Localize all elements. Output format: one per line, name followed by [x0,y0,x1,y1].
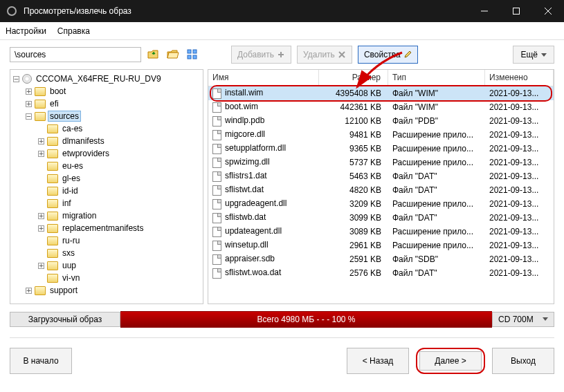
media-size-selector[interactable]: CD 700M [492,312,554,327]
file-icon [212,268,221,279]
tree-item-label: uup [61,261,78,270]
file-date-cell: 2021-09-13... [485,227,554,236]
more-button[interactable]: Ещё [513,46,554,64]
tree-item-support[interactable]: +support [12,284,201,297]
table-row[interactable]: sflistwb.dat3099 KBФайл "DAT"2021-09-13.… [208,211,554,225]
tree-item-sxs[interactable]: sxs [12,247,201,259]
minimize-button[interactable] [469,0,500,22]
tree-item-gl-es[interactable]: gl-es [12,172,201,185]
twisty-icon[interactable] [38,238,44,244]
file-size-cell: 3209 KB [319,199,388,209]
maximize-button[interactable] [500,0,532,22]
table-row[interactable]: setupplatform.dll9365 KBРасширение прило… [208,142,554,156]
col-type[interactable]: Тип [388,70,485,86]
table-row[interactable]: upgradeagent.dll3209 KBРасширение прило.… [208,197,554,211]
tree-item-label: support [48,286,79,295]
tree-item-vi-vn[interactable]: vi-vn [12,272,201,284]
table-row[interactable]: install.wim4395408 KBФайл "WIM"2021-09-1… [208,86,554,100]
statusbar: Загрузочный образ Всего 4980 МБ - - - 10… [0,308,564,330]
tree-item-ru-ru[interactable]: ru-ru [12,234,201,247]
chevron-down-icon [543,317,548,321]
tree-item-migration[interactable]: +migration [12,209,201,222]
folder-icon [47,162,58,171]
col-date[interactable]: Изменено [485,70,554,86]
tree-item-etwproviders[interactable]: +etwproviders [12,147,201,160]
tree-item-id-id[interactable]: id-id [12,185,201,197]
tree-item-replacementmanifests[interactable]: +replacementmanifests [12,222,201,234]
table-row[interactable]: boot.wim442361 KBФайл "WIM"2021-09-13... [208,100,554,114]
twisty-icon[interactable]: − [13,76,19,82]
table-row[interactable]: spwizimg.dll5737 KBРасширение прило...20… [208,156,554,169]
file-date-cell: 2021-09-13... [485,171,554,181]
tree-item-label: sxs [61,248,76,258]
twisty-icon[interactable] [38,200,44,207]
open-folder-icon[interactable] [166,48,180,62]
table-row[interactable]: appraiser.sdb2591 KBФайл "SDB"2021-09-13… [208,252,554,266]
file-icon [212,102,221,113]
menu-help[interactable]: Справка [57,26,90,36]
twisty-icon[interactable]: + [38,213,44,219]
twisty-icon[interactable]: + [38,263,44,269]
table-row[interactable]: updateagent.dll3089 KBРасширение прило..… [208,225,554,239]
tree-item-boot[interactable]: +boot [12,85,201,97]
twisty-icon[interactable]: + [26,101,32,107]
tree-pane[interactable]: − CCCOMA_X64FRE_RU-RU_DV9 +boot+efi−sour… [10,69,203,304]
twisty-icon[interactable]: + [38,151,44,157]
file-icon [212,185,221,196]
tree-item-label: vi-vn [61,273,81,283]
table-row[interactable]: sflistrs1.dat5463 KBФайл "DAT"2021-09-13… [208,169,554,183]
table-row[interactable]: winsetup.dll2961 KBРасширение прило...20… [208,239,554,252]
twisty-icon[interactable]: + [26,88,32,95]
table-row[interactable]: migcore.dll9481 KBРасширение прило...202… [208,128,554,142]
add-button[interactable]: Добавить [231,46,291,64]
tree-item-label: inf [61,198,73,208]
tree-item-eu-es[interactable]: eu-es [12,160,201,172]
tree-root[interactable]: − CCCOMA_X64FRE_RU-RU_DV9 [12,73,201,85]
twisty-icon[interactable] [38,163,44,169]
twisty-icon[interactable] [38,275,44,281]
start-button[interactable]: В начало [10,348,72,374]
list-pane: Имя Размер Тип Изменено install.wim43954… [208,69,554,304]
twisty-icon[interactable]: + [38,138,44,144]
twisty-icon[interactable] [38,188,44,194]
file-date-cell: 2021-09-13... [485,199,554,209]
table-row[interactable]: windlp.pdb12100 KBФайл "PDB"2021-09-13..… [208,114,554,128]
tree-item-uup[interactable]: +uup [12,259,201,272]
tree-item-ca-es[interactable]: ca-es [12,122,201,135]
file-name: winsetup.dll [225,240,269,250]
twisty-icon[interactable]: + [38,225,44,232]
file-type-cell: Файл "PDB" [388,116,485,126]
menu-settings[interactable]: Настройки [6,26,46,36]
exit-button[interactable]: Выход [492,348,554,374]
col-name[interactable]: Имя [208,70,319,86]
twisty-icon[interactable] [38,176,44,182]
file-size-cell: 3089 KB [319,227,388,236]
properties-label: Свойства [364,50,401,59]
grid-view-icon[interactable] [185,48,199,62]
col-size[interactable]: Размер [319,70,388,86]
table-row[interactable]: sflistwt.woa.dat2576 KBФайл "DAT"2021-09… [208,266,554,280]
tree-item-inf[interactable]: inf [12,197,201,209]
table-row[interactable]: sflistwt.dat4820 KBФайл "DAT"2021-09-13.… [208,183,554,197]
file-date-cell: 2021-09-13... [485,102,554,112]
tree-item-sources[interactable]: −sources [12,110,201,122]
list-body[interactable]: install.wim4395408 KBФайл "WIM"2021-09-1… [208,86,554,304]
twisty-icon[interactable] [38,126,44,132]
back-button[interactable]: < Назад [347,348,409,374]
twisty-icon[interactable] [38,250,44,256]
file-name-cell: appraiser.sdb [208,254,319,264]
file-type-cell: Файл "DAT" [388,185,485,195]
path-input[interactable] [10,47,141,62]
close-button[interactable] [532,0,564,22]
delete-button[interactable]: Удалить [297,46,352,64]
up-folder-icon[interactable] [147,48,161,62]
properties-button[interactable]: Свойства [358,46,418,64]
twisty-icon[interactable]: − [26,113,32,120]
tree-item-efi[interactable]: +efi [12,97,201,110]
folder-icon [47,174,58,183]
folder-open-icon [35,112,46,121]
twisty-icon[interactable]: + [26,288,32,294]
next-button[interactable]: Далее > [419,351,482,371]
file-type-cell: Расширение прило... [388,144,485,153]
tree-item-dlmanifests[interactable]: +dlmanifests [12,135,201,147]
